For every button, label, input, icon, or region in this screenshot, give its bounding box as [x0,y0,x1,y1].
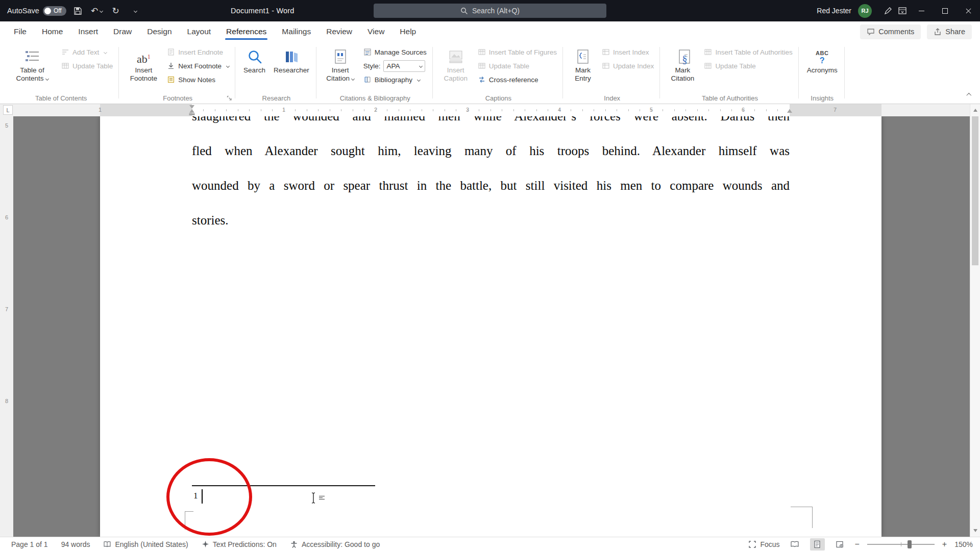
ribbon-group-captions: Insert Caption Insert Table of Figures U… [433,42,563,104]
tab-mailings[interactable]: Mailings [274,21,318,42]
zoom-in-button[interactable] [942,540,947,549]
comments-label: Comments [878,28,914,36]
group-label-index: Index [567,93,657,104]
minimize-button[interactable] [910,0,933,21]
ribbon-group-footnotes: ab1 Insert Footnote Insert Endnote Next … [119,42,235,104]
collapse-ribbon-button[interactable] [962,90,974,101]
ink-pen-button[interactable] [881,3,895,18]
right-indent-marker[interactable] [787,109,792,113]
researcher-button[interactable]: Researcher [270,43,313,93]
text-predictions-status[interactable]: Text Predictions: On [202,540,277,548]
save-button[interactable] [71,3,85,18]
zoom-level[interactable]: 150% [954,540,973,548]
group-label-citations: Citations & Bibliography [321,93,430,104]
annotation-circle [166,458,252,536]
undo-button[interactable] [90,3,104,18]
group-label-research: Research [239,93,313,104]
web-layout-button[interactable] [832,538,847,550]
search-smart-lookup-button[interactable]: Search [239,43,270,93]
autosave-toggle[interactable]: Off [43,6,66,16]
scrollbar-thumb[interactable] [972,116,978,265]
share-button[interactable]: Share [927,24,972,39]
group-label-insights: Insights [803,93,842,104]
table-of-contents-button[interactable]: Table of Contents [6,43,58,93]
comments-icon [867,28,875,36]
maximize-button[interactable] [933,0,957,21]
zoom-slider-thumb[interactable] [908,540,912,548]
redo-button[interactable] [109,3,123,18]
group-label-footnotes: Footnotes [123,93,232,104]
tab-file[interactable]: File [6,21,34,42]
vertical-ruler[interactable]: 5 6 7 8 [0,116,13,537]
page-indicator[interactable]: Page 1 of 1 [11,540,48,548]
insert-footnote-button[interactable]: ab1 Insert Footnote [123,43,164,93]
avatar[interactable]: RJ [858,4,872,18]
search-box[interactable]: Search (Alt+Q) [374,4,606,18]
scroll-up-icon [973,109,977,112]
scroll-down-icon [973,529,977,532]
horizontal-ruler[interactable]: 1 1 2 3 4 5 6 7 L [0,104,970,116]
comments-button[interactable]: Comments [860,24,921,39]
user-name[interactable]: Red Jester [817,7,851,15]
acronyms-button[interactable]: ABC? Acronyms [803,43,842,93]
close-icon [965,8,972,14]
proofing-status[interactable]: English (United States) [103,540,188,548]
mark-citation-button[interactable]: § Mark Citation [664,43,701,93]
tab-home[interactable]: Home [34,21,70,42]
ribbon-group-authorities: § Mark Citation Insert Table of Authorit… [660,42,798,104]
left-indent-marker[interactable] [189,113,195,116]
tab-design[interactable]: Design [139,21,179,42]
table-of-contents-dropdown-icon [45,77,48,81]
bibliography-button[interactable]: Bibliography [360,73,430,86]
show-notes-button[interactable]: Show Notes [164,73,232,86]
tab-review[interactable]: Review [318,21,360,42]
autosave-toggle-knob [44,8,51,14]
update-table-icon [61,62,69,70]
zoom-slider-notch [901,542,902,546]
tab-view[interactable]: View [360,21,392,42]
tab-help[interactable]: Help [392,21,424,42]
tab-selector-button[interactable]: L [3,105,13,115]
zoom-slider[interactable] [867,544,935,545]
scroll-up-button[interactable] [970,106,980,114]
document-title: Document1 - Word [231,0,295,21]
manage-sources-button[interactable]: Manage Sources [360,45,430,59]
ribbon-display-options-icon [898,6,907,15]
ruler-number: 7 [834,107,837,113]
close-button[interactable] [957,0,980,21]
tab-draw[interactable]: Draw [106,21,139,42]
tab-layout[interactable]: Layout [180,21,219,42]
read-mode-button[interactable] [788,538,802,550]
document-line: fled when Alexander sought him, leaving … [192,134,790,168]
mark-entry-button[interactable]: Mark Entry [567,43,599,93]
text-predictions-icon [202,540,209,548]
accessibility-status[interactable]: Accessibility: Good to go [290,540,380,548]
style-dropdown[interactable]: APA [383,60,425,72]
focus-button[interactable]: Focus [748,540,779,548]
document-line: wounded by a sword or spear thrust in th… [192,168,790,203]
ribbon-display-options-button[interactable] [895,3,910,18]
tab-references[interactable]: References [218,21,274,42]
next-footnote-button[interactable]: Next Footnote [164,59,232,72]
scroll-down-button[interactable] [970,527,980,535]
insert-endnote-icon [167,48,175,56]
insert-citation-button[interactable]: Insert Citation [321,43,360,93]
customize-qat-button[interactable] [128,3,142,18]
style-row: Style: APA [360,59,430,72]
footnotes-dialog-launcher[interactable] [225,94,233,102]
smart-lookup-search-icon [247,46,263,65]
first-line-indent-marker[interactable] [189,105,194,109]
update-index-icon [602,62,610,70]
autosave-control[interactable]: AutoSave Off [7,6,66,16]
next-footnote-icon [167,62,175,70]
accessibility-icon [290,540,298,548]
text-boundary-mark-right [791,507,813,528]
print-layout-button[interactable] [810,538,825,550]
hanging-indent-marker[interactable] [189,109,194,113]
word-count[interactable]: 94 words [61,540,90,548]
avatar-initials: RJ [861,8,868,14]
vertical-scrollbar[interactable] [970,104,980,537]
cross-reference-button[interactable]: Cross-reference [475,73,560,86]
tab-insert[interactable]: Insert [70,21,106,42]
zoom-out-button[interactable] [855,540,860,549]
